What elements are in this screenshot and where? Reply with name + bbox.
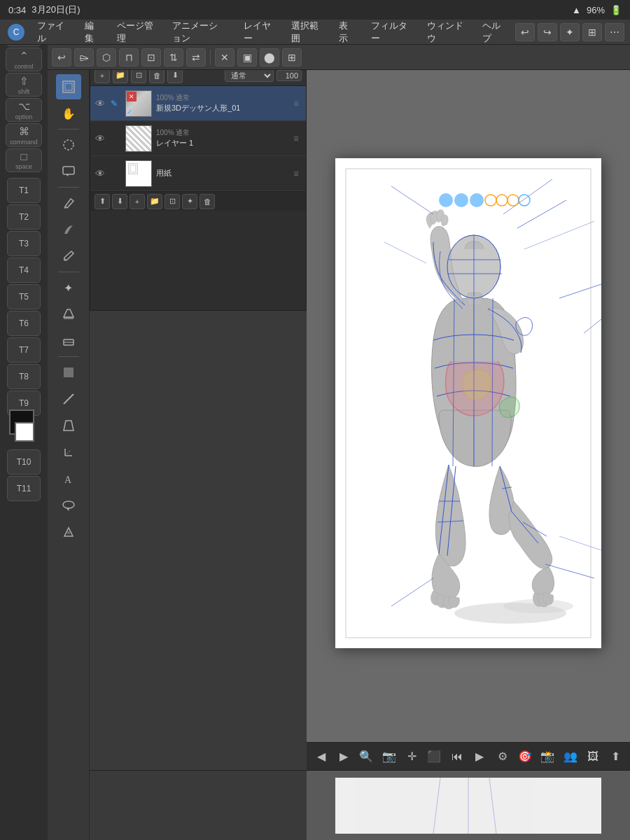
t-key-4[interactable]: T4 [7, 258, 41, 283]
lower-btn-5[interactable]: ⊡ [164, 194, 180, 209]
layer-options-3d[interactable]: ≡ [289, 97, 303, 111]
canvas-btn-camera[interactable]: 📷 [379, 746, 399, 767]
toolbar-grid[interactable]: ⊞ [582, 23, 602, 41]
canvas-btn-zoom[interactable]: 🔍 [356, 746, 377, 767]
canvas-btn-snapshot[interactable]: 📸 [538, 746, 558, 767]
toolbar-move[interactable]: ↩ [52, 48, 71, 66]
opacity-input[interactable] [276, 70, 302, 81]
t-key-1[interactable]: T1 [7, 178, 41, 203]
tool-hand[interactable]: ✋ [56, 101, 81, 126]
t-key-7[interactable]: T7 [7, 337, 41, 363]
tool-rect[interactable] [56, 360, 81, 385]
blend-mode-select[interactable]: 通常 乗算 スクリーン [225, 69, 274, 82]
tool-eraser[interactable] [56, 328, 81, 354]
canvas-btn-target[interactable]: 🎯 [514, 746, 535, 767]
layer-options-paper[interactable]: ≡ [289, 167, 303, 181]
lower-btn-7[interactable]: 🗑 [200, 194, 215, 209]
menu-layer[interactable]: レイヤー [237, 17, 281, 48]
layer-visibility-1[interactable]: 👁 [93, 132, 107, 146]
t-key-11[interactable]: T11 [7, 476, 41, 501]
t-key-5[interactable]: T5 [7, 284, 41, 309]
toolbar-select-all[interactable]: ▣ [237, 48, 257, 66]
canvas-btn-fill[interactable]: ⬛ [424, 746, 444, 767]
canvas-btn-photo[interactable]: 🖼 [582, 746, 603, 767]
tool-calligraphy[interactable] [56, 217, 81, 242]
t-key-6[interactable]: T6 [7, 311, 41, 336]
canvas-btn-expand[interactable]: ⬆ [606, 746, 626, 767]
toolbar-flip-v[interactable]: ⇄ [186, 48, 206, 66]
menu-help[interactable]: ヘルプ [475, 17, 512, 48]
layer-visibility-3d[interactable]: 👁 [93, 97, 107, 111]
toolbar-more[interactable]: ⋯ [605, 23, 624, 41]
layer-options-1[interactable]: ≡ [289, 132, 303, 146]
tool-speech[interactable] [56, 159, 81, 184]
canvas-btn-users[interactable]: 👥 [560, 746, 580, 767]
shortcut-command[interactable]: ⌘ command [6, 123, 42, 147]
lower-btn-6[interactable]: ✦ [182, 194, 197, 209]
shortcut-shift[interactable]: ⇧ shift [6, 73, 42, 97]
tool-lasso[interactable] [56, 132, 81, 158]
layer-check-3d: ✓ [127, 108, 132, 115]
canvas-btn-next[interactable]: ▶ [333, 746, 354, 767]
tool-text[interactable]: A [56, 466, 81, 491]
toolbar-undo[interactable]: ↩ [515, 23, 535, 41]
toolbar-flip-h[interactable]: ⇅ [164, 48, 183, 66]
t-key-9[interactable]: T9 [7, 391, 41, 416]
t-key-3[interactable]: T3 [7, 231, 41, 256]
svg-rect-31 [467, 293, 482, 305]
menu-animation[interactable]: アニメーション [165, 17, 233, 48]
toolbar-select-rect[interactable]: ⬡ [97, 48, 116, 66]
tool-balloon[interactable] [56, 493, 81, 518]
canvas-content[interactable] [307, 64, 630, 742]
toolbar-expand[interactable]: ⊞ [282, 48, 302, 66]
tool-star[interactable]: ✦ [56, 275, 81, 300]
lower-btn-2[interactable]: ⬇ [112, 194, 127, 209]
tool-material[interactable] [56, 519, 81, 545]
canvas-btn-prev[interactable]: ◀ [311, 746, 331, 767]
toolbar-sep-1 [210, 50, 211, 65]
toolbar-redo[interactable]: ↪ [538, 23, 557, 41]
tool-angle[interactable] [56, 440, 81, 465]
canvas-btn-settings[interactable]: ⚙ [492, 746, 512, 767]
tool-line[interactable] [56, 386, 81, 412]
menu-edit[interactable]: 編集 [78, 17, 107, 48]
svg-marker-6 [66, 174, 69, 176]
toolbar-copy[interactable]: ⊡ [141, 48, 161, 66]
canvas-btn-play[interactable]: ▶ [470, 746, 490, 767]
signal-icon: ▲ [572, 5, 581, 15]
tool-fill[interactable] [56, 302, 81, 327]
menu-filter[interactable]: フィルター [364, 17, 416, 48]
layer-row-3d[interactable]: 👁 ✎ ✕ ✓ 100% 通常 新規3Dデッサン人形_01 ≡ [90, 86, 306, 121]
tool-brush[interactable] [56, 244, 81, 269]
menu-selection[interactable]: 選択範囲 [284, 17, 329, 48]
menu-file[interactable]: ファイル [30, 17, 75, 48]
toolbar-invert[interactable]: ⬤ [260, 48, 279, 66]
tool-select[interactable] [56, 74, 81, 99]
app-logo[interactable]: C [6, 22, 27, 42]
tool-pen[interactable] [56, 190, 81, 216]
layer-row-paper[interactable]: 👁 用紙 ≡ [90, 156, 306, 191]
menu-window[interactable]: ウィンドウ [420, 17, 472, 48]
shortcut-space[interactable]: □ space [6, 148, 42, 172]
tool-shear[interactable] [56, 413, 81, 438]
canvas-btn-rewind[interactable]: ⏮ [447, 746, 467, 767]
toolbar-deselect[interactable]: ✕ [215, 48, 234, 66]
toolbar-sparkle[interactable]: ✦ [560, 23, 580, 41]
lower-btn-1[interactable]: ⬆ [94, 194, 110, 209]
t-key-10[interactable]: T10 [7, 449, 41, 475]
svg-marker-14 [66, 508, 69, 511]
t-key-8[interactable]: T8 [7, 364, 41, 389]
shortcut-control[interactable]: ⌃ control [6, 48, 42, 71]
canvas-btn-center[interactable]: ✛ [401, 746, 421, 767]
t-key-2[interactable]: T2 [7, 204, 41, 230]
layer-visibility-paper[interactable]: 👁 [93, 167, 107, 181]
toolbar-select-lasso[interactable]: ⊓ [119, 48, 139, 66]
layer-lock-3d[interactable]: ✎ [107, 97, 121, 111]
layer-row-1[interactable]: 👁 100% 通常 レイヤー 1 ≡ [90, 121, 306, 156]
toolbar-transform[interactable]: ⌲ [74, 48, 94, 66]
shortcut-option[interactable]: ⌥ option [6, 98, 42, 122]
lower-btn-3[interactable]: + [130, 194, 145, 209]
lower-btn-4[interactable]: 📁 [147, 194, 162, 209]
menu-page[interactable]: ページ管理 [110, 17, 162, 48]
menu-view[interactable]: 表示 [332, 17, 361, 48]
